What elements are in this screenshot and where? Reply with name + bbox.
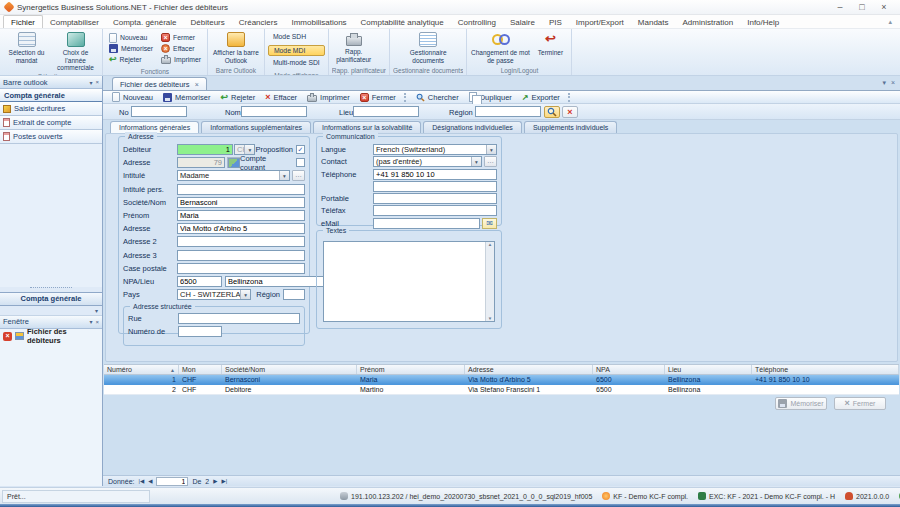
toolbar-chercher-button[interactable]: Chercher	[411, 91, 464, 103]
configure-buttons-icon[interactable]: ▾	[95, 307, 98, 314]
ribbon-collapse-icon[interactable]: ▴	[880, 18, 900, 28]
minimize-button[interactable]: –	[829, 0, 851, 14]
grid-fermer-button[interactable]: × Fermer	[834, 397, 886, 410]
close-window-icon[interactable]: ×	[3, 332, 12, 341]
tab-close-icon[interactable]: ×	[195, 81, 199, 88]
col-societe[interactable]: Société/Nom	[222, 365, 357, 374]
toolbar-imprimer-button[interactable]: Imprimer	[302, 91, 355, 103]
toolbar-memoriser-button[interactable]: Mémoriser	[158, 91, 215, 103]
debiteur-number-input[interactable]	[177, 144, 233, 155]
col-lieu[interactable]: Lieu	[665, 365, 752, 374]
fenetre-item-fichier-debiteurs[interactable]: × Fichier des débiteurs	[0, 329, 102, 344]
toolbar-rejeter-button[interactable]: ↩ Rejeter	[215, 91, 260, 103]
chevron-down-icon[interactable]: ▾	[471, 157, 481, 166]
mode-sdh-button[interactable]: Mode SDH	[268, 32, 325, 43]
sidebar-item-saisie-ecritures[interactable]: Saisie écritures	[0, 102, 102, 116]
record-position-input[interactable]	[156, 477, 188, 486]
menu-import-export[interactable]: Import/Export	[569, 16, 631, 28]
toolbar-dupliquer-button[interactable]: Dupliquer	[464, 91, 517, 103]
telephone-input[interactable]	[373, 169, 497, 180]
toolbar-effacer-button[interactable]: × Effacer	[260, 91, 302, 103]
langue-combo[interactable]: French (Switzerland) ▾	[373, 144, 497, 155]
selection-mandat-button[interactable]: Sélection du mandat	[3, 30, 50, 72]
rapp-planificateur-button[interactable]: Rapp. planificateur	[332, 30, 376, 66]
menu-administration[interactable]: Administration	[676, 16, 741, 28]
telefax-input[interactable]	[373, 205, 497, 216]
choix-annee-button[interactable]: Choix de l'année commerciale	[52, 30, 99, 72]
sidebar-item-extrait-de-compte[interactable]: Extrait de compte	[0, 116, 102, 130]
gestionnaire-documents-button[interactable]: Gestionnaire documents	[399, 30, 457, 66]
toolbar-exporter-button[interactable]: ↗ Exporter	[517, 91, 565, 103]
region-input[interactable]	[283, 289, 305, 300]
menu-debiteurs[interactable]: Débiteurs	[184, 16, 232, 28]
ribbon-rejeter-button[interactable]: ↩ Rejeter	[107, 54, 155, 65]
portable-input[interactable]	[373, 193, 497, 204]
compte-courant-checkbox[interactable]	[296, 158, 305, 167]
mode-mdi-button[interactable]: Mode MDI	[268, 45, 325, 56]
ribbon-memoriser-button[interactable]: Mémoriser	[107, 43, 155, 54]
col-npa[interactable]: NPA	[593, 365, 665, 374]
ribbon-nouveau-button[interactable]: Nouveau	[107, 32, 155, 43]
ribbon-effacer-button[interactable]: × Effacer	[159, 43, 203, 54]
contact-combo[interactable]: (pas d'entrée) ▾	[373, 156, 482, 167]
tab-designations-individuelles[interactable]: Désignations individuelles	[423, 121, 522, 133]
close-button[interactable]: ×	[873, 0, 895, 14]
intitule-more-button[interactable]: …	[292, 170, 305, 181]
first-record-button[interactable]: |◀	[138, 478, 144, 484]
menu-creanciers[interactable]: Créanciers	[232, 16, 285, 28]
menu-info-help[interactable]: Info/Help	[740, 16, 786, 28]
afficher-barre-button[interactable]: Afficher la barre Outlook	[211, 30, 261, 66]
proposition-checkbox[interactable]: ✓	[296, 145, 305, 154]
search-region-input[interactable]	[475, 106, 541, 117]
scroll-down-icon[interactable]: ▼	[486, 316, 494, 321]
changement-mdp-button[interactable]: Changement de mot de passe	[470, 30, 530, 66]
chevron-down-icon[interactable]: ▾	[486, 145, 496, 154]
intitule-combo[interactable]: Madame ▾	[177, 170, 290, 181]
toolbar-fermer-button[interactable]: × Fermer	[355, 91, 401, 103]
image-button[interactable]	[227, 157, 240, 168]
prenom-input[interactable]	[177, 210, 305, 221]
multi-mode-sdi-button[interactable]: Multi-mode SDI	[268, 58, 325, 69]
menu-compta-analytique[interactable]: Comptabilité analytique	[354, 16, 451, 28]
col-mon[interactable]: Mon	[179, 365, 222, 374]
panel-close-icon[interactable]: ×	[95, 79, 99, 85]
menu-pis[interactable]: PIS	[542, 16, 569, 28]
panel-dropdown-icon[interactable]: ▾	[89, 79, 92, 86]
next-record-button[interactable]: ▶	[213, 478, 217, 484]
fenetre-close-icon[interactable]: ×	[95, 319, 99, 325]
menu-mandats[interactable]: Mandats	[631, 16, 676, 28]
document-tab-fichier-debiteurs[interactable]: Fichier des débiteurs ×	[112, 77, 207, 90]
menu-controlling[interactable]: Controlling	[451, 16, 503, 28]
clear-search-button[interactable]: ×	[562, 106, 578, 118]
textes-scrollbar[interactable]: ▲ ▼	[485, 242, 494, 321]
search-no-input[interactable]	[131, 106, 187, 117]
textes-textarea[interactable]: ▲ ▼	[323, 241, 495, 322]
menu-fichier[interactable]: Fichier	[3, 15, 43, 28]
grid-row-2[interactable]: 2 CHF Debitore Martino Via Stefano Frans…	[104, 385, 899, 395]
scroll-up-icon[interactable]: ▲	[486, 242, 494, 247]
adresse-input[interactable]	[177, 223, 305, 234]
intitule-pers-input[interactable]	[177, 184, 305, 195]
col-adresse[interactable]: Adresse	[465, 365, 593, 374]
numero-de-input[interactable]	[178, 326, 222, 337]
previous-record-button[interactable]: ◀	[148, 478, 152, 484]
col-numero[interactable]: Numéro ▲	[104, 365, 179, 374]
col-telephone[interactable]: Téléphone	[752, 365, 899, 374]
search-button[interactable]	[544, 106, 560, 118]
col-prenom[interactable]: Prénom	[357, 365, 465, 374]
chevron-down-icon[interactable]: ▾	[279, 171, 289, 180]
sidebar-item-postes-ouverts[interactable]: Postes ouverts	[0, 130, 102, 144]
fenetre-dropdown-icon[interactable]: ▾	[89, 318, 92, 325]
case-postale-input[interactable]	[177, 263, 305, 274]
tablist-dropdown-icon[interactable]: ▾	[882, 79, 886, 87]
menu-immobilisations[interactable]: Immobilisations	[284, 16, 353, 28]
rue-input[interactable]	[178, 313, 300, 324]
npa-input[interactable]	[177, 276, 222, 287]
grid-row-1[interactable]: 1 CHF Bernasconi Maria Via Motto d'Arbin…	[104, 375, 899, 385]
telephone2-input[interactable]	[373, 181, 497, 192]
send-mail-button[interactable]: ✉	[482, 218, 497, 229]
societe-input[interactable]	[177, 197, 305, 208]
chevron-down-icon[interactable]: ▾	[240, 290, 250, 299]
email-input[interactable]	[373, 218, 480, 229]
search-nom-input[interactable]	[241, 106, 307, 117]
